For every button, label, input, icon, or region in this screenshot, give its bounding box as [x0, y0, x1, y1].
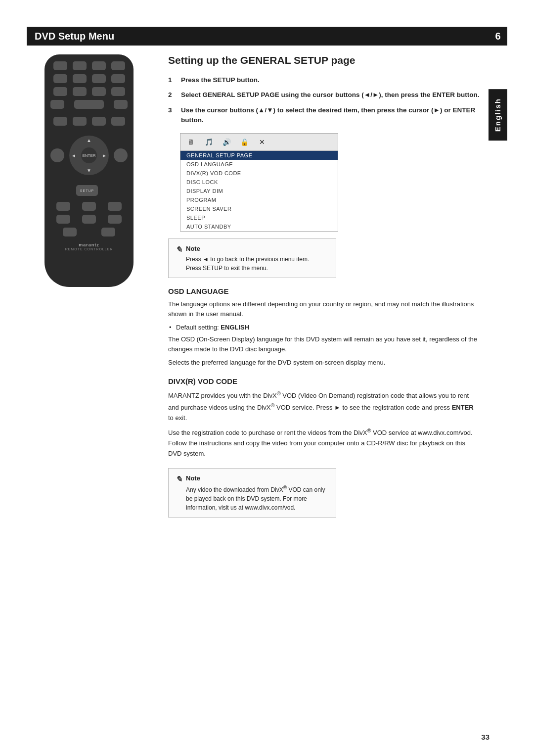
setup-icon-headphone: 🔊 — [221, 137, 232, 147]
steps-list: 1 Press the SETUP button. 2 Select GENER… — [168, 75, 480, 125]
nav-down-icon: ▼ — [87, 168, 91, 173]
step-text-3: Use the cursor buttons (▲/▼) to select t… — [181, 105, 480, 126]
nav-up-icon: ▲ — [87, 138, 91, 143]
remote-btn — [111, 87, 125, 96]
remote-circle-btn — [50, 148, 64, 162]
remote-nav-circle: ▲ ▼ ◄ ► ENTER — [69, 136, 109, 175]
note-icon-2: ✎ — [176, 473, 182, 485]
osd-language-para-1: The language options are different depen… — [168, 299, 480, 320]
nav-right-icon: ► — [102, 153, 107, 158]
menu-item-screen-saver: SCREEN SAVER — [180, 204, 338, 213]
remote-btn — [101, 228, 115, 236]
language-tab: English — [489, 89, 507, 141]
remote-btn — [92, 74, 106, 83]
remote-controller-image: ▲ ▼ ◄ ► ENTER SETUP — [35, 54, 143, 297]
note-line-1: Press ◄ to go back to the previous menu … — [186, 256, 309, 272]
remote-btn — [73, 117, 87, 126]
step-2: 2 Select GENERAL SETUP PAGE using the cu… — [168, 90, 480, 100]
menu-item-sleep: SLEEP — [180, 213, 338, 222]
page-title: DVD Setup Menu — [35, 31, 114, 42]
remote-btn-row-2 — [50, 74, 128, 83]
divx-vod-title: DivX(R) VOD CODE — [168, 377, 480, 385]
menu-item-osd-language: OSD LANGUAGE — [180, 160, 338, 169]
osd-language-para-3: Selects the preferred language for the D… — [168, 358, 480, 368]
osd-language-section: OSD LANGUAGE The language options are di… — [168, 287, 480, 368]
osd-language-para-2: The OSD (On-Screen Display) language for… — [168, 334, 480, 355]
setup-menu-list: GENERAL SETUP PAGE OSD LANGUAGE DIVX(R) … — [180, 151, 338, 231]
setup-btn-row: SETUP — [50, 183, 124, 198]
step-num-2: 2 — [168, 90, 178, 100]
menu-item-general-setup: GENERAL SETUP PAGE — [180, 151, 338, 160]
note-content-2: Note Any video the downloaded from DivX®… — [186, 473, 329, 513]
setup-menu-screenshot: 🖥 🎵 🔊 🔒 ✕ GENERAL SETUP PAGE OSD LANGUAG… — [180, 133, 338, 232]
setup-icon-monitor: 🖥 — [185, 137, 196, 147]
divx-vod-section: DivX(R) VOD CODE MARANTZ provides you wi… — [168, 377, 480, 459]
remote-btn-row-7 — [50, 215, 128, 224]
remote-btn — [108, 202, 122, 211]
divx-vod-para-1: MARANTZ provides you with the DivX® VOD … — [168, 389, 480, 424]
remote-btn-row-6 — [50, 202, 128, 211]
remote-btn — [53, 87, 67, 96]
menu-item-divx-vod: DIVX(R) VOD CODE — [180, 169, 338, 178]
remote-btn-row-4 — [50, 100, 128, 113]
setup-icon-close: ✕ — [257, 137, 267, 147]
note-content-1: Note Press ◄ to go back to the previous … — [186, 244, 309, 273]
menu-item-auto-standby: AUTO STANDBY — [180, 222, 338, 231]
menu-item-program: PROGRAM — [180, 195, 338, 204]
content-area: Setting up the GENERAL SETUP page 1 Pres… — [168, 54, 480, 526]
remote-btn — [56, 202, 70, 211]
remote-bottom-rows — [50, 202, 128, 236]
step-num-1: 1 — [168, 75, 178, 85]
note-label-2: Note — [186, 473, 329, 483]
brand-subtitle: REMOTE CONTROLLER — [50, 247, 128, 251]
remote-btn — [111, 74, 125, 83]
remote-btn — [92, 117, 106, 126]
header-bar: DVD Setup Menu — [27, 27, 507, 46]
remote-btn-row-5 — [50, 117, 128, 126]
remote-btn — [92, 61, 106, 70]
remote-btn-row-8 — [50, 228, 128, 236]
setup-icon-music: 🎵 — [203, 137, 214, 147]
note-icon-1: ✎ — [176, 244, 182, 256]
remote-btn — [50, 100, 64, 109]
bottom-page-number: 33 — [481, 733, 490, 741]
remote-btn — [63, 228, 77, 236]
note-box-1: ✎ Note Press ◄ to go back to the previou… — [168, 238, 336, 278]
remote-btn — [82, 202, 96, 211]
note-label-1: Note — [186, 244, 309, 254]
remote-btn — [82, 215, 96, 224]
nav-left-icon: ◄ — [71, 153, 76, 158]
remote-btn — [73, 87, 87, 96]
step-3: 3 Use the cursor buttons (▲/▼) to select… — [168, 105, 480, 126]
step-1: 1 Press the SETUP button. — [168, 75, 480, 85]
remote-btn — [111, 61, 125, 70]
remote-body: ▲ ▼ ◄ ► ENTER SETUP — [44, 54, 134, 287]
menu-item-disc-lock: DISC LOCK — [180, 178, 338, 187]
remote-circle-btn-2 — [114, 148, 128, 162]
page-number-badge: 6 — [489, 27, 507, 46]
remote-btn-row-1 — [50, 61, 128, 70]
divx-vod-para-2: Use the registration code to purchase or… — [168, 426, 480, 459]
remote-btn — [56, 215, 70, 224]
remote-btn — [53, 74, 67, 83]
step-num-3: 3 — [168, 105, 178, 126]
menu-item-display-dim: DISPLAY DIM — [180, 187, 338, 195]
step-text-2: Select GENERAL SETUP PAGE using the curs… — [181, 90, 480, 100]
osd-language-title: OSD LANGUAGE — [168, 287, 480, 295]
brand-name: marantz — [50, 242, 128, 247]
remote-btn — [53, 117, 67, 126]
note-box-2: ✎ Note Any video the downloaded from Div… — [168, 468, 336, 518]
osd-default-setting: Default setting: ENGLISH — [168, 323, 480, 332]
setup-button: SETUP — [76, 185, 98, 196]
remote-btn — [73, 61, 87, 70]
remote-btn — [114, 100, 128, 109]
enter-button: ENTER — [81, 147, 97, 163]
setup-icon-lock: 🔒 — [239, 137, 250, 147]
remote-btn — [73, 74, 87, 83]
remote-btn — [111, 117, 125, 126]
remote-btn — [108, 215, 122, 224]
remote-btn — [53, 61, 67, 70]
step-text-1: Press the SETUP button. — [181, 75, 480, 85]
section-title: Setting up the GENERAL SETUP page — [168, 54, 480, 66]
remote-btn — [92, 87, 106, 96]
